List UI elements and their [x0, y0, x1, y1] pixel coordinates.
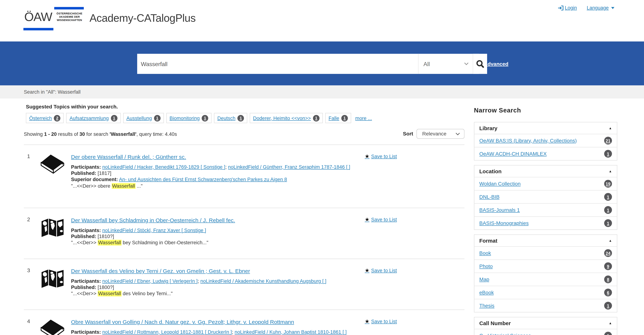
- save-to-list-link[interactable]: ★Save to List: [365, 153, 397, 159]
- logo-bar-bottom: [24, 28, 53, 30]
- facet-link[interactable]: Map: [479, 276, 489, 282]
- published-line: Published: [1817]: [71, 171, 362, 177]
- topic-count-badge[interactable]: 1: [313, 115, 320, 121]
- facet-panel-location: Location▲Woldan Collection19DNL-BIB1BASI…: [474, 165, 617, 230]
- facet-count-badge[interactable]: 1: [604, 193, 612, 201]
- advanced-search-link[interactable]: Advanced: [484, 61, 508, 67]
- collapse-caret-icon: ▲: [609, 169, 612, 173]
- facet-link[interactable]: OeAW BAS:IS (Library, Archiv, Collection…: [479, 138, 577, 143]
- search-group: All: [137, 54, 479, 74]
- facet-count-badge[interactable]: 6: [604, 289, 612, 297]
- topic-link[interactable]: Biomonitoring: [170, 115, 200, 121]
- logo-caption: ÖSTERREICHISCHE AKADEMIE DER WISSENSCHAF…: [54, 12, 84, 22]
- facet-link[interactable]: C - Historical Sciences: [479, 333, 531, 335]
- facet-panel-header[interactable]: Format▲: [474, 235, 617, 246]
- participant-link[interactable]: noLinkedField / Hacker, Benedikt 1769-18…: [102, 164, 226, 170]
- topic-count-badge[interactable]: 1: [154, 115, 160, 121]
- participant-link[interactable]: noLinkedField / Ebner, Ludwig [ Verleger…: [102, 278, 198, 284]
- save-to-list-link[interactable]: ★Save to List: [365, 216, 397, 223]
- map-icon: [40, 268, 64, 289]
- topic-count-badge[interactable]: 1: [111, 115, 118, 121]
- superior-document-link[interactable]: An- und Aussichten des Fürst Ernst Schwa…: [119, 177, 287, 182]
- topic-link[interactable]: Österreich: [29, 115, 52, 121]
- facet-link[interactable]: DNL-BIB: [479, 194, 500, 200]
- oaw-logo[interactable]: ÖAW ÖSTERREICHISCHE AKADEMIE DER WISSENS…: [24, 5, 85, 32]
- facet-count-badge[interactable]: 9: [604, 262, 612, 270]
- facet-panel-title: Format: [479, 238, 497, 244]
- facet-count-badge[interactable]: 8: [604, 276, 612, 283]
- save-to-list-link[interactable]: ★Save to List: [365, 267, 397, 274]
- topic-link[interactable]: Aufsatzsammlung: [70, 115, 109, 121]
- sort-select[interactable]: Relevance: [416, 129, 464, 139]
- facet-count-badge[interactable]: 1: [604, 206, 612, 214]
- topic-link[interactable]: Doderer, Heimito <<von>>: [253, 115, 311, 121]
- topic-count-badge[interactable]: 2: [54, 115, 60, 121]
- results-list: 1Der obere Wasserfall / Runk del. ; Günt…: [24, 145, 464, 335]
- participant-link[interactable]: noLinkedField / Güntherr, Franz Seraphim…: [228, 164, 350, 170]
- facet-item: Photo9: [474, 259, 617, 273]
- facet-panel-header[interactable]: Call Number▲: [474, 317, 617, 329]
- participant-link[interactable]: noLinkedField / Akademische Kunsthandlun…: [200, 278, 326, 284]
- search-scope-select[interactable]: All: [418, 54, 473, 74]
- facet-link[interactable]: BASIS-Journals 1: [479, 207, 520, 213]
- facet-count-badge[interactable]: 1: [604, 332, 612, 335]
- facet-count-badge[interactable]: 21: [604, 137, 612, 145]
- topic-count-badge[interactable]: 1: [238, 115, 244, 121]
- facet-item: BASIS-Monographies1: [474, 216, 617, 230]
- result-title-link[interactable]: Der Wasserfall des Velino bey Terni / Ge…: [71, 268, 250, 275]
- sort-label: Sort: [403, 131, 413, 137]
- facet-count-badge[interactable]: 19: [604, 180, 612, 188]
- facet-count-badge[interactable]: 1: [604, 219, 612, 227]
- login-link[interactable]: Login: [558, 5, 577, 10]
- participants-label: Participants:: [71, 329, 101, 335]
- topic-count-badge[interactable]: 1: [202, 115, 208, 121]
- facet-panel-call-number: Call Number▲C - Historical Sciences1: [474, 317, 617, 335]
- facet-panel-title: Call Number: [479, 320, 511, 326]
- facet-link[interactable]: BASIS-Monographies: [479, 220, 528, 226]
- page: ÖAW ÖSTERREICHISCHE AKADEMIE DER WISSENS…: [0, 0, 644, 335]
- facet-count-badge[interactable]: 24: [604, 249, 612, 257]
- logo-text: ÖAW: [24, 10, 52, 24]
- facet-link[interactable]: OeAW ACDH-CH DINAMLEX: [479, 151, 547, 156]
- more-topics-link[interactable]: more ...: [355, 115, 372, 121]
- facet-item: C - Historical Sciences1: [474, 329, 617, 335]
- result-title-link[interactable]: Obre Wasserfall von Golling / Nach d. Na…: [71, 319, 294, 326]
- published-label: Published:: [71, 171, 96, 176]
- topic-chip: Ausstellung1: [123, 113, 164, 123]
- facet-count-badge[interactable]: 1: [604, 150, 612, 158]
- facet-link[interactable]: Woldan Collection: [479, 181, 520, 187]
- topic-link[interactable]: Falle: [328, 115, 339, 121]
- facet-panel-header[interactable]: Library▲: [474, 122, 617, 134]
- topic-count-badge[interactable]: 1: [341, 115, 348, 121]
- save-to-list-link[interactable]: ★Save to List: [365, 318, 397, 325]
- highlighted-term: Wasserfall: [98, 240, 121, 246]
- participant-link[interactable]: noLinkedField / Kuhn, Johann Baptist 181…: [235, 329, 347, 335]
- published-line: Published: [1800?]: [71, 285, 362, 291]
- facet-panel-header[interactable]: Location▲: [474, 165, 617, 177]
- result-number: 3: [24, 267, 34, 310]
- result-row: 2Der Wasserfall bey Schladming in Ober-O…: [24, 208, 464, 259]
- topic-link[interactable]: Deutsch: [217, 115, 236, 121]
- participant-link[interactable]: noLinkedField / Rottmann, Leopold 1812-1…: [102, 329, 232, 335]
- logo-bar-top: [54, 7, 84, 9]
- facet-item: OeAW BAS:IS (Library, Archiv, Collection…: [474, 134, 617, 147]
- language-menu[interactable]: Language: [587, 5, 614, 10]
- facet-item: OeAW ACDH-CH DINAMLEX1: [474, 147, 617, 160]
- result-details: Der Wasserfall bey Schladming in Ober-Oe…: [71, 216, 464, 259]
- facet-count-badge[interactable]: 1: [604, 302, 612, 310]
- search-input[interactable]: [137, 54, 418, 74]
- participants-label: Participants:: [71, 228, 101, 233]
- participant-link[interactable]: noLinkedField / Stöckl, Franz Xaver [ So…: [102, 228, 206, 233]
- result-details: Der obere Wasserfall / Runk del. ; Günth…: [71, 153, 464, 208]
- star-icon: ★: [365, 267, 370, 274]
- result-title-link[interactable]: Der Wasserfall bey Schladming in Ober-Oe…: [71, 217, 235, 224]
- book-icon: [40, 154, 64, 175]
- facet-link[interactable]: Book: [479, 250, 491, 256]
- facet-link[interactable]: eBook: [479, 290, 494, 295]
- topic-link[interactable]: Ausstellung: [126, 115, 152, 121]
- result-title-link[interactable]: Der obere Wasserfall / Runk del. ; Günth…: [71, 154, 186, 161]
- facet-link[interactable]: Thesis: [479, 303, 494, 308]
- search-icon: [476, 59, 484, 68]
- narrow-search-sidebar: Narrow Search Library▲OeAW BAS:IS (Libra…: [474, 104, 617, 335]
- facet-link[interactable]: Photo: [479, 264, 492, 269]
